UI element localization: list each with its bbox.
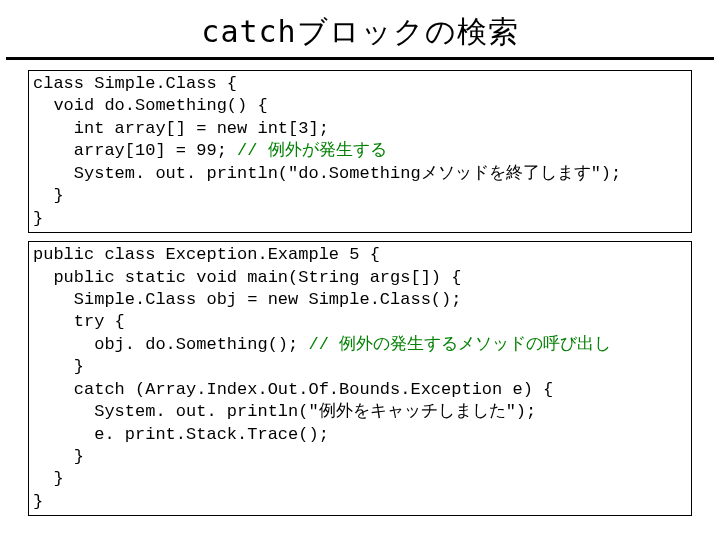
code-line: public class Exception.Example 5 { — [33, 245, 380, 264]
code-line: } — [33, 492, 43, 511]
code-line: System. out. println("例外をキャッチしました"); — [33, 402, 536, 421]
code-line: class Simple.Class { — [33, 74, 237, 93]
code-line: } — [33, 186, 64, 205]
code-line: array[10] = 99; — [33, 141, 237, 160]
code-line: public static void main(String args[]) { — [33, 268, 461, 287]
title-divider — [6, 57, 714, 60]
code-line: } — [33, 209, 43, 228]
code-line: e. print.Stack.Trace(); — [33, 425, 329, 444]
code-text-2: public class Exception.Example 5 { publi… — [33, 244, 687, 513]
code-comment: // 例外が発生する — [237, 141, 387, 160]
code-block-1: class Simple.Class { void do.Something()… — [28, 70, 692, 233]
code-block-2: public class Exception.Example 5 { publi… — [28, 241, 692, 516]
code-line: } — [33, 447, 84, 466]
slide: catchブロックの検索 class Simple.Class { void d… — [0, 0, 720, 540]
code-line: void do.Something() { — [33, 96, 268, 115]
code-line: } — [33, 357, 84, 376]
code-line: Simple.Class obj = new Simple.Class(); — [33, 290, 461, 309]
code-line: try { — [33, 312, 125, 331]
code-text-1: class Simple.Class { void do.Something()… — [33, 73, 687, 230]
code-line: obj. do.Something(); — [33, 335, 308, 354]
slide-title: catchブロックの検索 — [0, 0, 720, 57]
code-line: System. out. println("do.Somethingメソッドを終… — [33, 164, 621, 183]
code-line: } — [33, 469, 64, 488]
code-line: catch (Array.Index.Out.Of.Bounds.Excepti… — [33, 380, 553, 399]
code-line: int array[] = new int[3]; — [33, 119, 329, 138]
code-comment: // 例外の発生するメソッドの呼び出し — [308, 335, 611, 354]
